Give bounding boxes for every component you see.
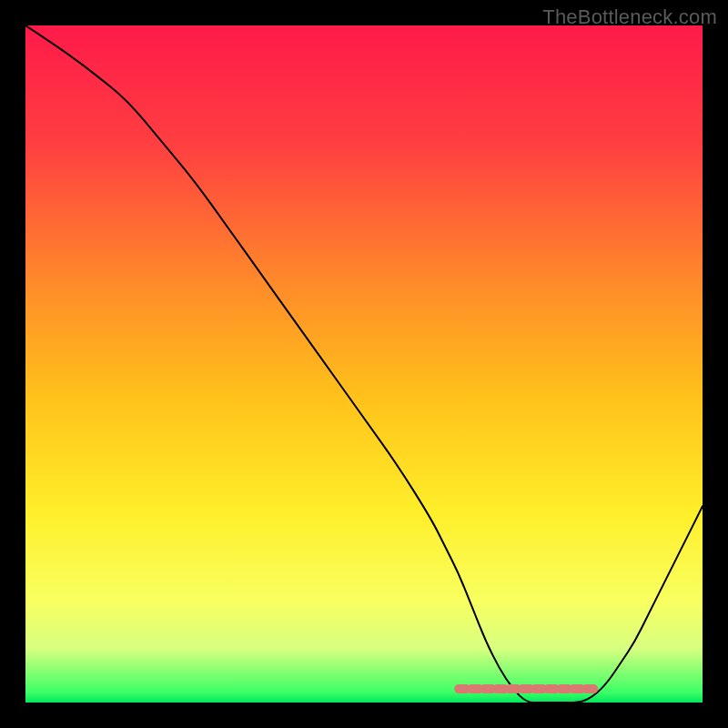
chart-plot <box>25 25 703 703</box>
chart-background <box>25 25 703 703</box>
watermark-text: TheBottleneck.com <box>542 5 717 29</box>
